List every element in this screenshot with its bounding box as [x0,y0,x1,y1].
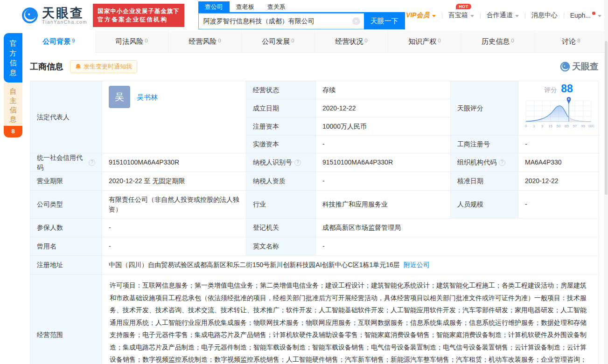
svg-text:1: 1 [533,124,535,128]
tab-intellectual-property[interactable]: 知识产权0 [388,31,461,52]
notify-on-change-button[interactable]: 发生变更时通知我 [70,60,137,73]
main-content: 工商信息 发生变更时通知我 天眼查 法定代表人 [22,53,608,364]
scrollbar[interactable] [604,0,608,364]
tab-discussion[interactable]: 讨论8 [535,31,608,52]
header-menu: VIP会员 HOT 百宝箱 合作通道 消息中心 Euph... [406,11,608,20]
paid-in-capital-label: 实缴资本 [246,136,316,153]
tab-label: 经营风险 [189,37,217,46]
tab-count: 9 [72,38,75,43]
org-code-value: MA6A4P330 [518,153,599,172]
registered-capital-value: 10000万人民币 [316,117,451,136]
menu-divider [564,13,564,19]
credit-code-label: 统一社会信用代码? [30,153,102,172]
company-type-label: 公司类型 [30,191,102,219]
registered-address-value: 中国（四川）自由贸易试验区成都高新区和乐二街150号新川创新科技园AI创新中心C… [109,260,400,270]
english-name-label: 英文名称 [246,237,316,256]
svg-text:100: 100 [588,124,594,128]
english-name-value: - [316,237,599,256]
tianyancha-logo[interactable]: 天眼查 TianYanCha.com [21,7,87,25]
vip-member-menu[interactable]: VIP会员 [406,11,436,20]
search-tab-company[interactable]: 查公司 [198,1,230,12]
search-input[interactable] [198,13,364,29]
score-axis-ticks: 0 1 3 15 50 85 97 99 100 [525,124,594,128]
menu-divider [480,13,481,19]
nearby-companies-link[interactable]: 附近公司 [404,260,430,270]
tab-company-development[interactable]: 公司发展0 [242,31,315,52]
scrollbar-thumb[interactable] [605,41,608,195]
sidebar-tab-self-info[interactable]: 自主信息 8 [4,82,22,137]
tianyancha-watermark: 天眼查 [560,61,599,73]
search-tab-relation[interactable]: 查关系 [261,1,292,12]
menu-divider [442,13,442,19]
score-value: 88 [561,84,573,94]
tab-company-background[interactable]: 公司背景9 [22,31,95,53]
registered-capital-label: 注册资本 [246,117,316,136]
clear-search-icon[interactable]: ✕ [352,17,360,25]
svg-text:50: 50 [557,124,561,128]
sidebar-tab-official-info[interactable]: 官方信息 [4,33,22,82]
search-button[interactable]: 天眼一下 [364,13,405,29]
insured-count-label: 参保人数 [30,219,102,237]
tab-label: 公司背景 [42,37,70,46]
logo-title: 天眼查 [42,7,87,20]
logo-domain: TianYanCha.com [42,20,87,25]
tab-operation-risk[interactable]: 经营风险0 [168,31,242,52]
svg-text:0: 0 [525,124,527,128]
business-term-value: 2020-12-22 至 无固定期限 [102,172,246,191]
taxpayer-id-value: 91510100MA6A4P330R [316,153,451,172]
tab-label: 历史信息 [482,37,510,46]
cooperation-menu[interactable]: 合作通道 [487,11,519,20]
search-tabs: 查公司 查老板 查关系 [198,1,405,13]
section-title: 工商信息 [30,61,63,72]
tianyan-score-label: 天眼评分 [451,81,518,136]
company-type-value: 有限责任公司（非自然人投资或控股的法人独资） [102,191,246,219]
svg-text:97: 97 [573,124,577,128]
tab-judicial-risk[interactable]: 司法风险0 [95,31,168,52]
legal-rep-link[interactable]: 吴书林 [137,92,158,102]
business-info-table: 法定代表人 吴 吴书林 经营状态 存续 成立日期 2020-12-22 注册资本… [30,81,599,364]
message-center-menu[interactable]: 消息中心 [531,11,558,20]
chevron-down-icon [598,15,601,17]
notification-dot [592,12,595,15]
staff-size-value: - [518,191,599,219]
tianyancha-eye-icon [21,7,38,24]
badge-line-1: 国家中小企业发展子基金旗下 [98,7,180,15]
industry-value: 科技推广和应用服务业 [316,191,451,219]
notify-button-label: 发生变更时通知我 [84,62,132,71]
legal-rep-cell: 吴 吴书林 [102,81,246,153]
approval-date-label: 核准日期 [451,172,518,191]
former-name-value: - [102,237,246,256]
tab-label: 司法风险 [115,37,143,46]
registry-authority-value: 成都高新区市场监督管理局 [316,219,599,237]
org-code-label: 组织机构代码? [451,153,518,172]
watermark-label: 天眼查 [572,61,599,73]
help-icon[interactable]: ? [499,159,505,166]
vip-member-label: VIP会员 [406,11,430,20]
badge-line-2: 官方备案企业征信机构 [98,15,180,24]
avatar[interactable]: 吴 [109,86,130,108]
chevron-down-icon [432,15,436,17]
tab-history-info[interactable]: 历史信息0 [461,31,535,52]
toolbox-menu[interactable]: HOT 百宝箱 [448,11,474,20]
paid-in-capital-value: - [316,136,451,153]
taxpayer-id-label: 纳税人识别号? [246,153,316,172]
self-info-count-badge: 8 [4,126,22,137]
help-icon[interactable]: ? [89,159,95,166]
business-scope-value: 许可项目：互联网信息服务；第一类增值电信业务；第二类增值电信业务；建设工程设计；… [102,275,599,364]
registered-address-label: 注册地址 [30,256,102,275]
business-term-label: 营业期限 [30,172,102,191]
registered-address-cell: 中国（四川）自由贸易试验区成都高新区和乐二街150号新川创新科技园AI创新中心C… [102,256,599,275]
user-menu[interactable]: Euph... [570,12,601,19]
taxpayer-quality-value: - [316,172,451,191]
registry-authority-label: 登记机关 [246,219,316,237]
help-icon[interactable]: ? [294,159,301,166]
credit-code-value: 91510100MA6A4P330R [102,153,246,172]
former-name-label: 曾用名 [30,237,102,256]
search-tab-boss[interactable]: 查老板 [230,1,261,12]
tianyan-score-chart[interactable]: 评分 88 [518,81,599,136]
tab-label: 讨论 [562,37,576,46]
search-area: 查公司 查老板 查关系 ✕ 天眼一下 [198,1,405,29]
score-distribution-chart: 0 1 3 15 50 85 97 99 100 [523,95,594,129]
tab-operation-status[interactable]: 经营状况0 [315,31,388,52]
registration-number-value: - [518,136,599,153]
